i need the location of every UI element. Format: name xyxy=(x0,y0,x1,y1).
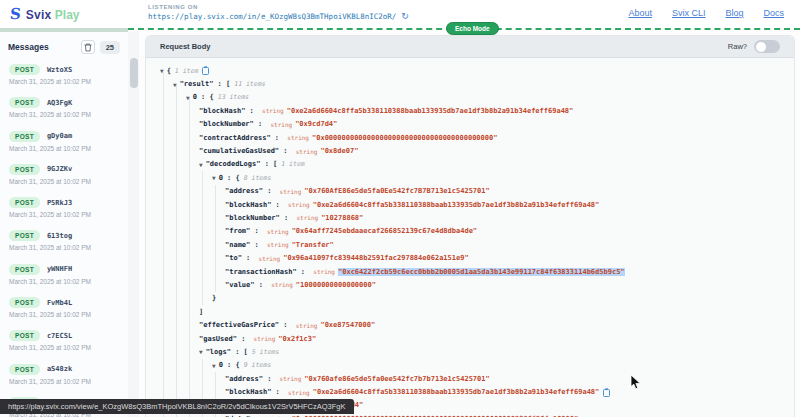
json-bracket: { xyxy=(236,361,240,369)
json-key: "blockHash" xyxy=(225,201,271,209)
json-row[interactable]: "contractAddress" : string "0x0000000000… xyxy=(154,131,794,144)
json-bracket: { xyxy=(236,174,240,182)
json-row[interactable]: "gasUsed" : string "0x2f1c3" xyxy=(154,332,794,345)
message-timestamp: March 31, 2025 at 10:02 PM xyxy=(9,111,119,118)
json-value: "Transfer" xyxy=(292,241,334,249)
json-row[interactable]: ] xyxy=(154,305,794,318)
copy-icon[interactable] xyxy=(603,388,611,397)
list-item[interactable]: POST 613tog March 31, 2025 at 10:02 PM xyxy=(0,226,128,259)
method-badge: POST xyxy=(9,264,40,275)
collapse-arrow-icon[interactable]: ▼ xyxy=(199,161,203,168)
json-row[interactable]: "to" : string "0x96a41097fc839448b2591fa… xyxy=(154,251,794,264)
collapse-arrow-icon[interactable]: ▼ xyxy=(186,94,190,101)
message-timestamp: March 31, 2025 at 10:02 PM xyxy=(9,145,119,152)
json-row[interactable]: "blockHash" : string "0xe2a6d6604c8ffa5b… xyxy=(154,104,794,117)
item-count-label: 1 item xyxy=(175,67,198,75)
messages-title: Messages xyxy=(8,42,81,52)
method-badge: POST xyxy=(9,297,40,308)
list-item[interactable]: POST FvMb4L March 31, 2025 at 10:02 PM xyxy=(0,293,128,326)
svix-play-logo[interactable]: S Svix Play xyxy=(10,5,79,23)
raw-toggle-knob xyxy=(756,42,766,52)
collapse-arrow-icon[interactable]: ▼ xyxy=(212,174,216,181)
json-colon: : xyxy=(237,335,250,343)
json-row[interactable]: ▼ { 1 item xyxy=(154,64,794,77)
message-timestamp: March 31, 2025 at 10:02 PM xyxy=(9,178,119,185)
list-item[interactable]: POST aS48zk March 31, 2025 at 10:02 PM xyxy=(0,360,128,393)
json-row[interactable]: ▼ "logs" : [ 5 items xyxy=(154,345,794,358)
json-row[interactable]: ▼ 0 : { 9 items xyxy=(154,359,794,372)
echo-mode-badge: Echo Mode xyxy=(446,22,499,35)
list-item[interactable]: POST c7ECSL March 31, 2025 at 10:02 PM xyxy=(0,326,128,359)
json-row[interactable]: } xyxy=(154,292,794,305)
app-root: S Svix Play LISTENING ON https://play.sv… xyxy=(0,0,800,417)
method-badge: POST xyxy=(9,97,40,108)
refresh-icon[interactable]: ↻ xyxy=(401,12,409,21)
json-bracket: { xyxy=(167,67,171,75)
json-bracket: [ xyxy=(244,348,248,356)
value-type-label: string xyxy=(296,148,318,155)
collapse-arrow-icon[interactable]: ▼ xyxy=(160,67,164,74)
method-badge: POST xyxy=(9,164,40,175)
json-row[interactable]: "effectiveGasPrice" : string "0xe8754700… xyxy=(154,318,794,331)
json-row[interactable]: ▼ 0 : { 8 items xyxy=(154,171,794,184)
json-colon: : xyxy=(223,361,236,369)
json-row[interactable]: "blockNumber" : string "10278868" xyxy=(154,211,794,224)
json-value: "0xe2a6d6604c8ffa5b338110388baab133935db… xyxy=(287,107,574,115)
json-colon: : xyxy=(213,80,226,88)
message-id: FvMb4L xyxy=(47,299,72,307)
messages-sidebar: Messages 25 POST WztoXS March 31, 2025 a… xyxy=(0,28,128,417)
nav-link[interactable]: Blog xyxy=(725,8,743,18)
json-row[interactable]: "cumulativeGasUsed" : string "0x8de07" xyxy=(154,144,794,157)
message-id: 613tog xyxy=(47,232,72,240)
json-row[interactable]: "transactionHash" : string "0xc6422f2cb5… xyxy=(154,265,794,278)
nav-link[interactable]: About xyxy=(628,8,652,18)
json-colon: : xyxy=(231,348,244,356)
json-key: "blockNumber" xyxy=(225,214,280,222)
listening-on-label: LISTENING ON xyxy=(148,4,409,10)
list-item[interactable]: POST yWNHFH March 31, 2025 at 10:02 PM xyxy=(0,260,128,293)
json-row[interactable]: "blockNumber" : string "0x9cd7d4" xyxy=(154,118,794,131)
value-type-label: string xyxy=(271,281,293,288)
sidebar-scrollbar-track[interactable] xyxy=(128,32,139,417)
json-row[interactable]: ▼ 0 : { 13 items xyxy=(154,91,794,104)
json-row[interactable]: "blockHash" : string "0xe2a6d6604c8ffa5b… xyxy=(154,198,794,211)
json-row[interactable]: "address" : string "0x760afe86e5de5fa0ee… xyxy=(154,372,794,385)
value-type-label: string xyxy=(287,134,309,141)
nav-link[interactable]: Docs xyxy=(763,8,784,18)
json-row[interactable]: "name" : string "Transfer" xyxy=(154,238,794,251)
list-item[interactable]: POST P5RkJ3 March 31, 2025 at 10:02 PM xyxy=(0,193,128,226)
listening-url[interactable]: https://play.svix.com/in/e_KOzgW8sQ3BmTH… xyxy=(148,12,396,21)
value-type-label: string xyxy=(267,241,289,248)
list-item[interactable]: POST WztoXS March 31, 2025 at 10:02 PM xyxy=(0,60,128,93)
sidebar-scrollbar-thumb[interactable] xyxy=(130,58,138,88)
json-row[interactable]: ▼ "result" : [ 11 items xyxy=(154,77,794,90)
sidebar-divider xyxy=(0,28,128,32)
header-nav: About Svix CLI Blog Docs xyxy=(628,8,784,18)
raw-toggle[interactable] xyxy=(754,40,780,53)
json-row[interactable]: "address" : string "0x760AfE86e5de5fa0Ee… xyxy=(154,185,794,198)
json-colon: : xyxy=(260,160,273,168)
list-item[interactable]: POST AQ3FgK March 31, 2025 at 10:02 PM xyxy=(0,93,128,126)
json-row[interactable]: "from" : string "0x64aff7245ebdaaecaf266… xyxy=(154,225,794,238)
json-key: "gasUsed" xyxy=(199,335,237,343)
json-colon: : xyxy=(280,214,293,222)
clear-messages-button[interactable] xyxy=(81,40,95,54)
copy-icon[interactable] xyxy=(202,66,210,75)
collapse-arrow-icon[interactable]: ▼ xyxy=(173,81,177,88)
json-row[interactable]: "value" : string "10000000000000000" xyxy=(154,278,794,291)
item-count-label: 5 items xyxy=(252,348,279,356)
json-row[interactable]: ▼ "decodedLogs" : [ 1 item xyxy=(154,158,794,171)
json-row[interactable]: "blockHash" : string "0xe2a6d6604c8ffa5b… xyxy=(154,385,794,398)
collapse-arrow-icon[interactable]: ▼ xyxy=(212,362,216,369)
list-item[interactable]: POST gDy0am March 31, 2025 at 10:02 PM xyxy=(0,127,128,160)
list-item[interactable]: POST 9GJZKv March 31, 2025 at 10:02 PM xyxy=(0,160,128,193)
item-count-label: 9 items xyxy=(244,361,271,369)
message-timestamp: March 31, 2025 at 10:02 PM xyxy=(9,311,119,318)
item-count-label: 13 items xyxy=(218,93,249,101)
collapse-arrow-icon[interactable]: ▼ xyxy=(199,348,203,355)
mouse-cursor xyxy=(630,374,641,394)
json-bracket: [ xyxy=(226,80,230,88)
message-id: P5RkJ3 xyxy=(47,199,72,207)
nav-link[interactable]: Svix CLI xyxy=(672,8,706,18)
json-colon: : xyxy=(271,134,284,142)
